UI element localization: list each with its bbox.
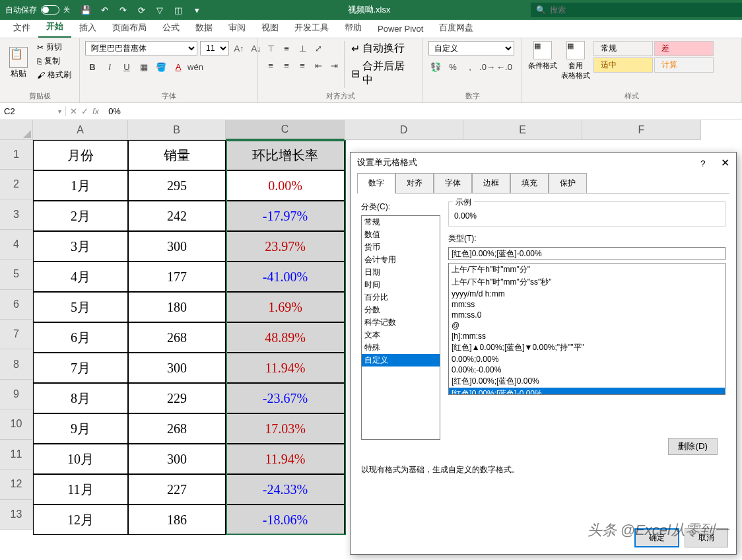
font-family-select[interactable]: 阿里巴巴普惠体: [85, 41, 197, 55]
category-list[interactable]: 常规数值货币会计专用日期时间百分比分数科学记数文本特殊自定义: [361, 215, 440, 440]
cell[interactable]: 3月: [33, 231, 128, 262]
cell[interactable]: 10月: [33, 444, 128, 474]
cell[interactable]: 242: [128, 201, 226, 231]
chevron-down-icon[interactable]: ▾: [58, 108, 61, 115]
cell[interactable]: 268: [128, 322, 226, 353]
header-cell[interactable]: 月份: [33, 140, 128, 170]
header-cell[interactable]: 销量: [128, 140, 226, 170]
tab-数据[interactable]: 数据: [187, 18, 220, 38]
row-header[interactable]: 5: [0, 260, 33, 289]
autosave-toggle[interactable]: 自动保存 关: [0, 5, 75, 16]
dialog-tab-数字[interactable]: 数字: [357, 173, 395, 193]
style-neutral[interactable]: 适中: [593, 57, 653, 73]
type-item[interactable]: [红色]0.00%;[蓝色]0.00%: [449, 375, 725, 388]
category-item[interactable]: 数值: [362, 228, 440, 241]
toggle-switch-icon[interactable]: [41, 5, 59, 15]
align-top-icon[interactable]: ⊤: [263, 41, 278, 55]
category-item[interactable]: 自定义: [362, 354, 440, 367]
merge-center-button[interactable]: ⊟合并后居中: [349, 59, 417, 88]
category-item[interactable]: 科学记数: [362, 316, 440, 329]
category-item[interactable]: 特殊: [362, 341, 440, 354]
col-header-E[interactable]: E: [463, 120, 582, 140]
align-bottom-icon[interactable]: ⊥: [295, 41, 310, 55]
align-middle-icon[interactable]: ≡: [279, 41, 294, 55]
ok-button[interactable]: 确定: [634, 528, 679, 547]
tab-页面布局[interactable]: 页面布局: [104, 18, 154, 38]
number-format-select[interactable]: 自定义: [428, 41, 514, 55]
redo-icon[interactable]: ↷: [115, 2, 131, 18]
copy-button[interactable]: ⎘复制: [34, 55, 74, 67]
type-item[interactable]: @: [449, 320, 725, 331]
cell[interactable]: -23.67%: [226, 383, 345, 413]
paste-button[interactable]: 📋 粘贴: [5, 41, 32, 85]
increase-font-icon[interactable]: A↑: [232, 41, 246, 55]
align-center-icon[interactable]: ≡: [279, 58, 294, 73]
cell[interactable]: -18.06%: [226, 505, 345, 535]
decrease-decimal-icon[interactable]: ←.0: [497, 59, 512, 74]
tab-视图[interactable]: 视图: [253, 18, 287, 38]
dialog-tab-保护[interactable]: 保护: [549, 173, 587, 193]
name-box[interactable]: C2 ▾: [0, 106, 66, 116]
cell[interactable]: 12月: [33, 505, 128, 535]
tab-开发工具[interactable]: 开发工具: [287, 18, 337, 38]
format-painter-button[interactable]: 🖌格式刷: [34, 69, 74, 81]
cell[interactable]: 1月: [33, 170, 128, 201]
cell[interactable]: 180: [128, 292, 226, 322]
dialog-tab-填充[interactable]: 填充: [510, 173, 549, 193]
cell[interactable]: 23.97%: [226, 231, 345, 262]
search-box[interactable]: 🔍: [531, 3, 742, 17]
percent-icon[interactable]: %: [446, 59, 460, 74]
refresh-icon[interactable]: ⟳: [133, 2, 149, 18]
help-icon[interactable]: ?: [700, 158, 705, 168]
dialog-titlebar[interactable]: 设置单元格格式 ? ✕: [351, 153, 736, 172]
row-header[interactable]: 1: [0, 140, 33, 170]
cell[interactable]: 7月: [33, 353, 128, 383]
comma-icon[interactable]: ,: [463, 59, 477, 74]
cut-button[interactable]: ✂剪切: [34, 41, 74, 53]
cell[interactable]: 11月: [33, 474, 128, 505]
row-header[interactable]: 10: [0, 409, 33, 439]
row-header[interactable]: 13: [0, 500, 33, 530]
cell[interactable]: 0.00%: [226, 170, 345, 201]
search-input[interactable]: [550, 5, 737, 15]
cell[interactable]: 4月: [33, 262, 128, 292]
cell[interactable]: 177: [128, 262, 226, 292]
dialog-tab-字体[interactable]: 字体: [434, 173, 472, 193]
type-list[interactable]: 上午/下午h"时"mm"分"上午/下午h"时"mm"分"ss"秒"yyyy/m/…: [448, 263, 725, 395]
cell[interactable]: 17.03%: [226, 413, 345, 444]
cell[interactable]: 227: [128, 474, 226, 505]
cell[interactable]: 300: [128, 231, 226, 262]
cell[interactable]: 300: [128, 353, 226, 383]
cell[interactable]: 8月: [33, 383, 128, 413]
underline-button[interactable]: U: [119, 59, 134, 74]
tab-公式[interactable]: 公式: [154, 18, 187, 38]
font-size-select[interactable]: 11: [200, 41, 229, 55]
row-header[interactable]: 3: [0, 199, 33, 229]
bold-button[interactable]: B: [85, 59, 100, 74]
border-button[interactable]: ▦: [137, 59, 151, 74]
category-item[interactable]: 货币: [362, 241, 440, 254]
tab-百度网盘[interactable]: 百度网盘: [431, 18, 481, 38]
cell[interactable]: 1.69%: [226, 292, 345, 322]
type-item[interactable]: yyyy/m/d h:mm: [449, 289, 725, 299]
tab-Power Pivot[interactable]: Power Pivot: [370, 20, 431, 38]
qat-dropdown-icon[interactable]: ▾: [189, 2, 205, 18]
type-item[interactable]: 0.00%;0.00%: [449, 354, 725, 365]
type-item[interactable]: [h]:mm:ss: [449, 331, 725, 341]
tab-文件[interactable]: 文件: [5, 18, 38, 38]
align-right-icon[interactable]: ≡: [295, 58, 310, 73]
type-item[interactable]: mm:ss: [449, 299, 725, 310]
category-item[interactable]: 时间: [362, 279, 440, 291]
cell[interactable]: 9月: [33, 413, 128, 444]
cell[interactable]: 229: [128, 383, 226, 413]
col-header-D[interactable]: D: [345, 120, 463, 140]
select-all-button[interactable]: [0, 120, 33, 140]
style-calc[interactable]: 计算: [654, 57, 714, 73]
style-bad[interactable]: 差: [654, 41, 714, 56]
cell[interactable]: -41.00%: [226, 262, 345, 292]
type-item[interactable]: 上午/下午h"时"mm"分": [449, 263, 725, 276]
row-header[interactable]: 2: [0, 170, 33, 199]
cell[interactable]: 5月: [33, 292, 128, 322]
filter-icon[interactable]: ▽: [152, 2, 168, 18]
cell[interactable]: 48.89%: [226, 322, 345, 353]
